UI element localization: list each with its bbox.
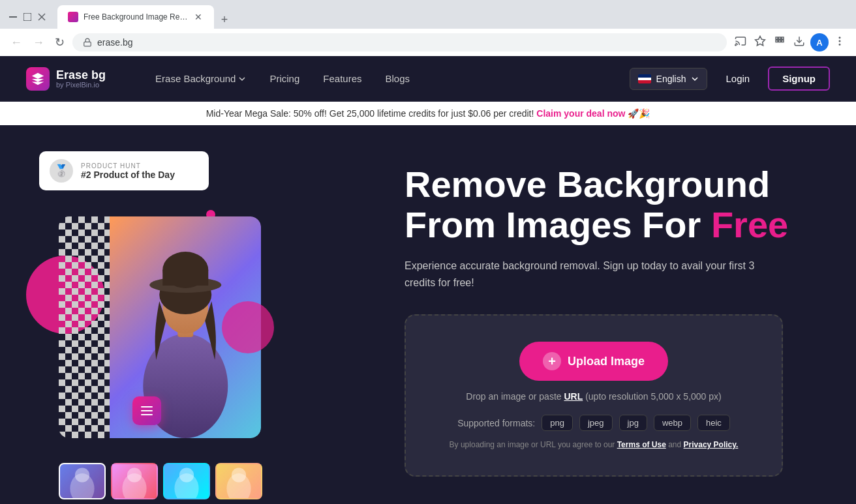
nav-features[interactable]: Features xyxy=(313,68,372,89)
logo-icon xyxy=(26,67,50,91)
thumbnail-row: ↖ xyxy=(59,463,365,499)
toolbar-icons: A xyxy=(732,33,848,52)
hero-subtitle: Experience accurate background removal. … xyxy=(405,258,770,291)
terms-text: By uploading an image or URL you agree t… xyxy=(425,440,762,449)
logo-text: Erase bg by PixelBin.io xyxy=(56,69,106,89)
profile-button[interactable]: A xyxy=(810,33,829,52)
login-button[interactable]: Login xyxy=(715,68,760,89)
cast-button[interactable] xyxy=(732,33,749,52)
menu-button[interactable] xyxy=(831,33,848,52)
svg-point-5 xyxy=(735,44,737,46)
hero-image-container xyxy=(39,203,254,445)
maximize-button[interactable] xyxy=(22,12,33,22)
ph-label: PRODUCT HUNT xyxy=(81,162,175,170)
thumb-4-svg xyxy=(217,464,261,498)
thumb-3-svg xyxy=(164,464,209,498)
hero-right: Remove Background From Images For Free E… xyxy=(405,151,817,477)
language-chevron-icon xyxy=(691,75,699,83)
terms-link[interactable]: Terms of Use xyxy=(617,440,666,449)
logo-watermark xyxy=(132,396,161,425)
svg-point-8 xyxy=(839,37,840,38)
logo-sub-text: by PixelBin.io xyxy=(56,81,106,89)
logo-svg xyxy=(31,72,45,86)
new-tab-button[interactable]: + xyxy=(215,10,234,29)
svg-rect-0 xyxy=(9,16,17,18)
format-jpg: jpg xyxy=(619,415,647,431)
nav-erase-background[interactable]: Erase Background xyxy=(145,68,256,89)
hero-left: 🥈 PRODUCT HUNT #2 Product of the Day xyxy=(39,151,365,499)
promo-cta[interactable]: Claim your deal now xyxy=(536,108,625,119)
flag-icon xyxy=(638,74,651,83)
logo-main-text: Erase bg xyxy=(56,69,106,81)
address-bar-row: ← → ↻ erase.bg A xyxy=(0,29,856,56)
svg-point-10 xyxy=(839,44,840,46)
format-heic: heic xyxy=(697,415,730,431)
promo-text: Mid-Year Mega Sale: 50% off! Get 25,000 … xyxy=(206,108,534,119)
nav-blogs[interactable]: Blogs xyxy=(375,68,421,89)
svg-point-25 xyxy=(232,468,246,482)
window-controls xyxy=(8,12,47,22)
format-png: png xyxy=(542,415,573,431)
back-button[interactable]: ← xyxy=(8,33,25,52)
svg-point-19 xyxy=(75,468,89,482)
thumb-2-svg xyxy=(112,464,157,498)
forward-button[interactable]: → xyxy=(30,33,47,52)
browser-chrome: Free Background Image Remo ✕ + ← → ↻ era… xyxy=(0,0,856,56)
hero-section: 🥈 PRODUCT HUNT #2 Product of the Day xyxy=(0,125,856,504)
svg-rect-17 xyxy=(162,270,208,286)
formats-row: Supported formats: png jpeg jpg webp hei… xyxy=(425,415,762,431)
upload-plus-icon: + xyxy=(543,352,561,370)
thumbnail-4[interactable] xyxy=(215,463,262,499)
tab-close-icon[interactable]: ✕ xyxy=(193,10,204,23)
tabs-bar: Free Background Image Remo ✕ + xyxy=(52,5,239,29)
active-tab[interactable]: Free Background Image Remo ✕ xyxy=(57,5,214,29)
svg-point-9 xyxy=(839,40,840,42)
nav-pricing[interactable]: Pricing xyxy=(259,68,310,89)
svg-marker-6 xyxy=(756,37,765,46)
svg-point-23 xyxy=(179,468,194,482)
download-button[interactable] xyxy=(791,33,808,52)
upload-area: + Upload Image Drop an image or paste UR… xyxy=(405,314,783,477)
minimize-button[interactable] xyxy=(8,12,18,22)
bookmark-button[interactable] xyxy=(752,33,769,52)
ph-text: PRODUCT HUNT #2 Product of the Day xyxy=(81,162,175,180)
formats-label: Supported formats: xyxy=(457,418,535,428)
svg-rect-1 xyxy=(23,13,31,21)
address-bar[interactable]: erase.bg xyxy=(72,33,727,52)
logo[interactable]: Erase bg by PixelBin.io xyxy=(26,67,106,91)
svg-rect-4 xyxy=(84,42,91,46)
watermark-icon xyxy=(139,403,155,419)
extensions-button[interactable] xyxy=(771,33,788,52)
drop-text: Drop an image or paste URL (upto resolut… xyxy=(425,391,762,402)
format-jpeg: jpeg xyxy=(579,415,613,431)
ph-medal-icon: 🥈 xyxy=(50,159,73,183)
url-link[interactable]: URL xyxy=(564,391,583,402)
nav-actions: English Login Signup xyxy=(630,67,830,91)
tab-favicon xyxy=(68,12,78,22)
lock-icon xyxy=(83,38,92,47)
close-button[interactable] xyxy=(37,12,47,22)
privacy-link[interactable]: Privacy Policy. xyxy=(684,440,739,449)
url-display: erase.bg xyxy=(97,37,716,48)
chevron-down-icon xyxy=(238,75,246,83)
thumbnail-2[interactable] xyxy=(111,463,158,499)
svg-point-21 xyxy=(127,468,142,482)
reload-button[interactable]: ↻ xyxy=(52,33,67,52)
format-webp: webp xyxy=(654,415,691,431)
nav-links: Erase Background Pricing Features Blogs xyxy=(145,68,630,89)
product-hunt-badge: 🥈 PRODUCT HUNT #2 Product of the Day xyxy=(39,151,209,190)
ph-title: #2 Product of the Day xyxy=(81,170,175,180)
signup-button[interactable]: Signup xyxy=(768,67,830,91)
language-selector[interactable]: English xyxy=(630,68,708,90)
navbar: Erase bg by PixelBin.io Erase Background… xyxy=(0,56,856,102)
promo-emojis: 🚀🎉 xyxy=(628,108,650,119)
title-bar: Free Background Image Remo ✕ + xyxy=(0,0,856,29)
thumbnail-3[interactable] xyxy=(163,463,210,499)
blob-pink-small xyxy=(222,301,274,353)
tab-title: Free Background Image Remo xyxy=(84,12,188,22)
upload-button[interactable]: + Upload Image xyxy=(519,342,668,381)
promo-banner: Mid-Year Mega Sale: 50% off! Get 25,000 … xyxy=(0,102,856,125)
thumbnail-1[interactable] xyxy=(59,463,106,499)
hero-title: Remove Background From Images For Free xyxy=(405,164,817,245)
thumb-1-svg xyxy=(60,464,104,498)
